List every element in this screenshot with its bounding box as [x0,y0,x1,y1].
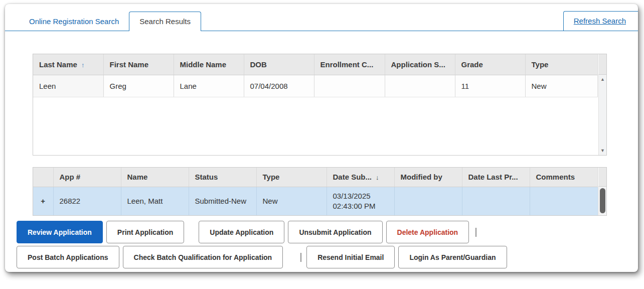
refresh-search-container: Refresh Search [563,11,638,31]
column-header-middle-name[interactable]: Middle Name [174,54,244,75]
scroll-up-icon[interactable]: ▲ [599,76,606,83]
column-header-application[interactable]: Application S... [385,54,455,75]
sort-ascending-icon: ↑ [81,61,85,69]
cell-modified-by [394,187,462,216]
cell-name: Leen, Matt [121,187,189,216]
column-header-last-name[interactable]: Last Name↑ [33,54,103,75]
unsubmit-application-button[interactable]: Unsubmit Application [288,221,382,243]
scroll-down-icon[interactable]: ▼ [599,147,606,154]
resend-initial-email-button[interactable]: Resend Initial Email [306,246,395,268]
cell-first-name: Greg [103,75,174,97]
tab-online-registration-search[interactable]: Online Registration Search [19,12,129,31]
column-header-app-number[interactable]: App # [53,168,121,187]
scrollbar-header-cap [598,54,606,75]
column-header-name[interactable]: Name [121,168,189,187]
cell-last-name: Leen [33,75,103,97]
column-header-type[interactable]: Type [525,54,598,75]
students-table: Last Name↑ First Name Middle Name DOB En… [33,54,607,156]
column-header-modified-by[interactable]: Modified by [394,168,462,187]
applications-scrollbar[interactable] [598,187,606,215]
cell-app-type: New [256,187,327,216]
cell-middle-name: Lane [174,75,244,97]
students-header-row: Last Name↑ First Name Middle Name DOB En… [33,54,598,75]
cell-app-number: 26822 [53,187,121,216]
cell-enrollment [314,75,385,97]
scrollbar-header-cap [598,168,606,187]
sort-descending-icon: ↓ [376,174,379,181]
column-header-grade[interactable]: Grade [455,54,525,75]
post-batch-applications-button[interactable]: Post Batch Applications [17,246,119,268]
column-header-comments[interactable]: Comments [530,168,598,187]
refresh-search-link[interactable]: Refresh Search [574,17,626,25]
column-header-expander [33,168,53,187]
cell-date-submitted: 03/13/2025 02:43:00 PM [327,187,394,216]
column-header-dob[interactable]: DOB [244,54,314,75]
column-header-first-name[interactable]: First Name [103,54,174,75]
column-header-enrollment[interactable]: Enrollment C... [314,54,385,75]
cell-status: Submitted-New [189,187,256,216]
action-row-1: Review Application Print Application Upd… [17,221,638,243]
online-registration-window: Online Registration Search Search Result… [5,4,638,272]
login-as-parent-guardian-button[interactable]: Login As Parent/Guardian [398,246,507,268]
cell-grade: 11 [455,75,525,97]
action-row-2: Post Batch Applications Check Batch Qual… [17,246,638,268]
column-header-app-type[interactable]: Type [256,168,327,187]
cell-dob: 07/04/2008 [244,75,314,97]
scrollbar-thumb[interactable] [600,188,605,213]
print-application-button[interactable]: Print Application [106,221,184,243]
button-group-divider [300,253,301,262]
applications-header-row: App # Name Status Type Date Sub...↓ Modi… [33,168,598,187]
delete-application-button[interactable]: Delete Application [386,221,469,243]
cell-type: New [525,75,598,97]
cell-application [385,75,455,97]
review-application-button[interactable]: Review Application [17,221,103,243]
content-area: Last Name↑ First Name Middle Name DOB En… [5,31,638,216]
application-row-selected[interactable]: + 26822 Leen, Matt Submitted-New New 03/… [33,187,598,216]
cell-comments [530,187,598,216]
action-button-panel: Review Application Print Application Upd… [5,216,638,268]
cell-date-last-printed [462,187,530,216]
check-batch-qualification-button[interactable]: Check Batch Qualification for Applicatio… [123,246,283,268]
tab-bar: Online Registration Search Search Result… [5,4,638,31]
update-application-button[interactable]: Update Application [199,221,284,243]
tab-search-results[interactable]: Search Results [129,12,201,31]
column-header-date-submitted[interactable]: Date Sub...↓ [327,168,394,187]
button-group-divider [475,228,476,237]
student-row[interactable]: Leen Greg Lane 07/04/2008 11 New [33,75,598,97]
column-header-status[interactable]: Status [189,168,256,187]
expand-row-icon[interactable]: + [33,187,53,216]
column-header-date-last-printed[interactable]: Date Last Pr... [462,168,530,187]
students-scrollbar[interactable]: ▲ ▼ [598,75,606,155]
applications-table: App # Name Status Type Date Sub...↓ Modi… [33,167,607,216]
